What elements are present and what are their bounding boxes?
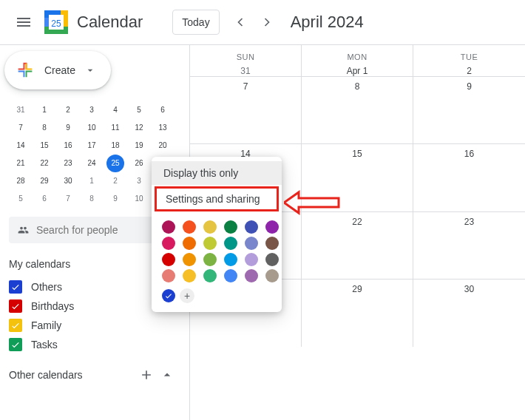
calendar-label: Birthdays	[31, 300, 74, 312]
color-option[interactable]	[183, 237, 196, 250]
mini-day[interactable]: 11	[104, 119, 127, 137]
color-option[interactable]	[203, 253, 217, 266]
display-only-item[interactable]: Display this only	[152, 161, 282, 185]
calendar-checkbox[interactable]	[9, 319, 22, 332]
color-option[interactable]	[265, 220, 279, 234]
mini-day[interactable]: 30	[56, 172, 80, 190]
mini-day[interactable]: 18	[104, 137, 127, 155]
add-custom-color-button[interactable]: +	[180, 288, 194, 303]
mini-day[interactable]: 1	[80, 172, 104, 190]
color-option[interactable]	[162, 237, 175, 250]
mini-day[interactable]: 19	[127, 137, 151, 155]
mini-day[interactable]: 31	[9, 101, 33, 119]
calendar-label: Others	[31, 281, 62, 293]
mini-day[interactable]: 7	[56, 190, 80, 208]
mini-day[interactable]: 3	[127, 172, 151, 190]
current-month-label: April 2024	[291, 13, 364, 32]
mini-day[interactable]: 8	[80, 190, 104, 208]
day-cell[interactable]: 9	[413, 76, 525, 143]
color-option[interactable]	[203, 237, 217, 250]
mini-day[interactable]: 26	[127, 155, 151, 172]
color-option[interactable]	[265, 269, 279, 282]
color-option[interactable]	[245, 220, 258, 234]
main-menu-button[interactable]	[6, 4, 41, 40]
calendar-item[interactable]: Tasks	[9, 335, 180, 354]
mini-day[interactable]: 22	[33, 155, 56, 172]
day-cell[interactable]: 7	[190, 76, 302, 143]
day-cell[interactable]: 16	[413, 143, 525, 211]
search-input[interactable]	[36, 224, 166, 236]
mini-day[interactable]: 10	[127, 190, 151, 208]
color-option[interactable]	[224, 253, 237, 266]
mini-day[interactable]: 7	[9, 119, 33, 137]
create-button[interactable]: Create	[4, 51, 111, 89]
mini-day[interactable]: 21	[9, 155, 33, 172]
color-option[interactable]	[245, 237, 258, 250]
calendar-checkbox[interactable]	[9, 338, 22, 351]
svg-text:25: 25	[51, 18, 61, 29]
mini-day[interactable]: 6	[151, 101, 175, 119]
mini-day[interactable]: 5	[127, 101, 151, 119]
mini-day[interactable]: 9	[56, 119, 80, 137]
other-calendars-title: Other calendars	[9, 369, 83, 381]
next-button[interactable]	[255, 10, 279, 34]
mini-day[interactable]: 15	[33, 137, 56, 155]
mini-day[interactable]: 5	[9, 190, 33, 208]
color-option[interactable]	[203, 220, 217, 234]
day-cell[interactable]: 8	[302, 76, 413, 143]
prev-button[interactable]	[228, 10, 252, 34]
mini-day[interactable]: 2	[104, 172, 127, 190]
mini-day[interactable]: 13	[151, 119, 175, 137]
color-option[interactable]	[162, 253, 175, 266]
color-option[interactable]	[203, 269, 217, 282]
mini-day[interactable]: 28	[9, 172, 33, 190]
color-option[interactable]	[162, 269, 175, 282]
mini-day[interactable]: 9	[104, 190, 127, 208]
color-option[interactable]	[245, 253, 258, 266]
calendar-checkbox[interactable]	[9, 280, 22, 294]
today-button[interactable]: Today	[172, 10, 219, 35]
settings-and-sharing-item[interactable]: Settings and sharing	[155, 186, 279, 211]
mini-day[interactable]: 29	[33, 172, 56, 190]
day-cell[interactable]: 23	[413, 211, 525, 279]
day-cell[interactable]: 30	[413, 279, 525, 346]
calendar-checkbox[interactable]	[9, 299, 22, 313]
mini-day[interactable]: 12	[127, 119, 151, 137]
mini-day[interactable]: 20	[151, 137, 175, 155]
mini-day[interactable]: 8	[33, 119, 56, 137]
calendar-item[interactable]: Family	[9, 316, 180, 335]
day-cell[interactable]: 22	[302, 211, 413, 279]
mini-day[interactable]: 1	[33, 101, 56, 119]
color-option[interactable]	[183, 220, 196, 234]
mini-day[interactable]: 16	[56, 137, 80, 155]
mini-day[interactable]: 17	[80, 137, 104, 155]
logo: 25 Calendar	[41, 7, 143, 37]
mini-day[interactable]: 6	[33, 190, 56, 208]
color-option[interactable]	[183, 253, 196, 266]
mini-day[interactable]: 23	[56, 155, 80, 172]
color-option[interactable]	[224, 220, 237, 234]
color-option[interactable]	[183, 269, 196, 282]
day-column-header: TUE2	[413, 45, 525, 76]
selected-color[interactable]	[162, 289, 175, 302]
color-option[interactable]	[162, 220, 175, 234]
mini-calendar[interactable]: 3112345678910111213141516171819202122232…	[9, 101, 175, 208]
mini-day[interactable]: 4	[104, 101, 127, 119]
search-people-box[interactable]	[9, 217, 175, 243]
mini-day[interactable]: 25	[106, 155, 124, 172]
collapse-other-calendars-button[interactable]	[160, 368, 175, 382]
mini-day[interactable]: 10	[80, 119, 104, 137]
mini-day[interactable]: 2	[56, 101, 80, 119]
color-option[interactable]	[265, 253, 279, 266]
add-other-calendar-button[interactable]	[139, 368, 154, 382]
app-name: Calendar	[77, 13, 143, 32]
day-cell[interactable]: 29	[302, 279, 413, 346]
color-option[interactable]	[224, 269, 237, 282]
color-option[interactable]	[224, 237, 237, 250]
mini-day[interactable]: 3	[80, 101, 104, 119]
color-option[interactable]	[245, 269, 258, 282]
mini-day[interactable]: 14	[9, 137, 33, 155]
mini-day[interactable]: 24	[80, 155, 104, 172]
color-option[interactable]	[265, 237, 279, 250]
day-column-header: MONApr 1	[302, 45, 413, 76]
